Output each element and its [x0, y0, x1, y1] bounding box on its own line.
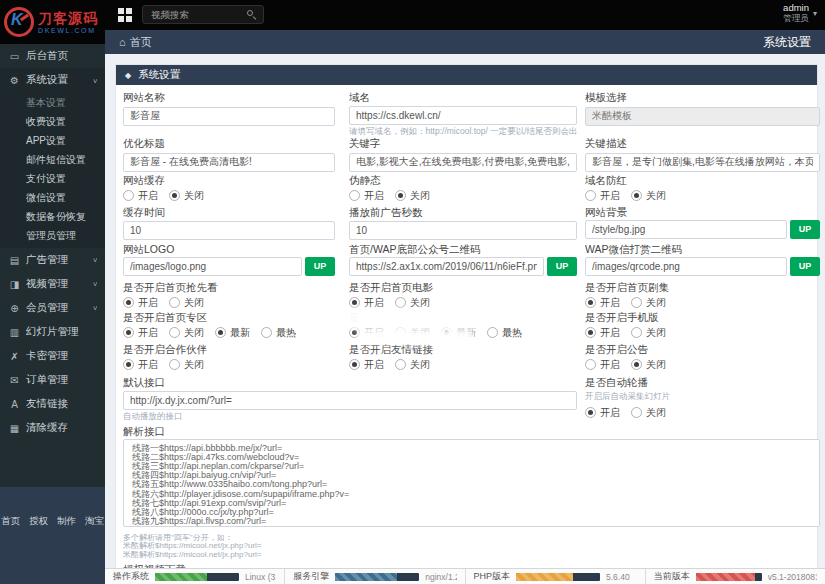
domain-input[interactable] [349, 106, 577, 125]
radio-dot-icon [123, 327, 134, 338]
radio-dot-icon [631, 359, 642, 370]
sidebar-item-dashboard[interactable]: ▭后台首页 [0, 44, 105, 68]
user-role: 管理员 [783, 14, 809, 24]
radio-option-1[interactable]: 关闭 [169, 326, 204, 340]
sidebar-footer-link-0[interactable]: 首页 [1, 515, 20, 528]
sidebar-item-wechat-settings[interactable]: 微信设置 [0, 188, 105, 207]
sidebar-item-app-settings[interactable]: APP设置 [0, 131, 105, 150]
radio-dot-icon [169, 359, 180, 370]
search-box[interactable] [142, 5, 264, 24]
radio-label: 关闭 [184, 296, 204, 310]
radio-option-0[interactable]: 开启 [349, 189, 384, 203]
sidebar-item-label: 广告管理 [26, 253, 68, 267]
field-label: 是否开启首页电影 [349, 281, 577, 294]
ad-management-icon: ▤ [7, 255, 22, 266]
sidebar-item-cardkey-management[interactable]: ✗卡密管理 [0, 344, 105, 368]
status-cell: 操作系统Linux (3.10.0- [105, 569, 284, 584]
radio-option-2[interactable]: 最新 [215, 326, 250, 340]
radio-label: 开启 [600, 296, 620, 310]
radio-option-0[interactable]: 开启 [585, 326, 620, 340]
cache-time-input[interactable] [123, 221, 335, 240]
qrcode-official-input[interactable] [349, 257, 544, 276]
radio-option-1[interactable]: 关闭 [631, 358, 666, 372]
chevron-down-icon: ▾ [813, 9, 817, 18]
keywords-input[interactable] [349, 153, 577, 172]
radio-option-0[interactable]: 开启 [349, 358, 384, 372]
sidebar-item-video-management[interactable]: ◨视频管理∨ [0, 272, 105, 296]
sidebar-item-system-settings[interactable]: ⚙系统设置∨ [0, 68, 105, 92]
radio-option-0[interactable]: 开启 [585, 406, 620, 420]
sidebar-item-fee-settings[interactable]: 收费设置 [0, 112, 105, 131]
sidebar-item-basic-settings[interactable]: 基本设置 [0, 93, 105, 112]
user-menu[interactable]: admin 管理员 ▾ [783, 3, 817, 24]
field-domain-antired: 域名防红 开启关闭 [585, 174, 820, 204]
search-icon[interactable] [246, 9, 257, 20]
radio-option-0[interactable]: 开启 [123, 296, 158, 310]
sidebar-footer-link-1[interactable]: 授权 [29, 515, 48, 528]
radio-option-3[interactable]: 最热 [261, 326, 296, 340]
status-label: 操作系统 [113, 570, 149, 583]
sidebar-toggle-grid-icon[interactable] [118, 8, 133, 23]
ad-seconds-input[interactable] [349, 221, 577, 240]
radio-option-1[interactable]: 关闭 [395, 296, 430, 310]
radio-option-0[interactable]: 开启 [123, 358, 158, 372]
sidebar-item-ad-management[interactable]: ▤广告管理∨ [0, 248, 105, 272]
sidebar-item-mail-sms-settings[interactable]: 邮件短信设置 [0, 150, 105, 169]
radio-option-0[interactable]: 开启 [123, 326, 158, 340]
radio-option-0[interactable]: 开启 [585, 189, 620, 203]
sidebar-footer-link-2[interactable]: 制作 [57, 515, 76, 528]
order-management-icon: ✉ [7, 375, 22, 386]
radio-option-1[interactable]: 关闭 [631, 189, 666, 203]
seo-title-input[interactable] [123, 153, 335, 172]
sidebar-item-order-management[interactable]: ✉订单管理 [0, 368, 105, 392]
qrcode-reward-input[interactable] [585, 257, 787, 276]
site-name-input[interactable] [123, 107, 335, 126]
qrcode-reward-upload-button[interactable]: UP [790, 257, 820, 276]
member-management-icon: ⊕ [7, 303, 22, 314]
radio-option-1[interactable]: 关闭 [395, 358, 430, 372]
description-input[interactable] [585, 153, 820, 172]
sidebar-item-admin-management[interactable]: 管理员管理 [0, 226, 105, 245]
status-progress-bar [696, 573, 762, 581]
site-logo-upload-button[interactable]: UP [305, 257, 335, 276]
radio-option-0[interactable]: 开启 [585, 358, 620, 372]
field-friend-links-switch: 是否开启友情链接 开启关闭 [349, 343, 577, 373]
radio-dot-icon [123, 190, 134, 201]
radio-option-1[interactable]: 关闭 [631, 326, 666, 340]
radio-option-1[interactable]: 关闭 [631, 406, 666, 420]
radio-option-1[interactable]: 关闭 [631, 296, 666, 310]
sidebar-item-member-management[interactable]: ⊕会员管理∨ [0, 296, 105, 320]
radio-option-3[interactable]: 最热 [487, 326, 522, 340]
radio-label: 开启 [364, 358, 384, 372]
sidebar-item-clear-cache[interactable]: ▦清除缓存 [0, 416, 105, 440]
radio-option-1[interactable]: 关闭 [169, 358, 204, 372]
sidebar-item-db-backup-restore[interactable]: 数据备份恢复 [0, 207, 105, 226]
auto-slide-hint: 开启后自动采集幻灯片 [585, 390, 820, 402]
radio-option-0[interactable]: 开启 [585, 296, 620, 310]
radio-option-0[interactable]: 开启 [123, 189, 158, 203]
sidebar-item-friend-links[interactable]: A友情链接 [0, 392, 105, 416]
field-label: 网站名称 [123, 91, 335, 104]
radio-label: 关闭 [184, 189, 204, 203]
qrcode-official-upload-button[interactable]: UP [547, 257, 577, 276]
notice-radios: 开启关闭 [585, 357, 820, 373]
default-api-input[interactable] [123, 391, 577, 410]
radio-option-1[interactable]: 关闭 [395, 189, 430, 203]
radio-option-0[interactable]: 开启 [349, 296, 384, 310]
sidebar-item-slideshow-management[interactable]: ▥幻灯片管理 [0, 320, 105, 344]
parse-api-textarea[interactable]: 线路一$https://api.bbbbbb.me/jx/?url= 线路二$h… [123, 439, 820, 527]
site-bg-input[interactable] [585, 220, 787, 239]
field-label: 默认接口 [123, 376, 577, 389]
sidebar-footer-link-3[interactable]: 淘宝 [85, 515, 104, 528]
radio-option-1[interactable]: 关闭 [169, 189, 204, 203]
search-input[interactable] [149, 8, 246, 21]
sidebar-item-pay-settings[interactable]: 支付设置 [0, 169, 105, 188]
site-logo-input[interactable] [123, 257, 302, 276]
status-cell: PHP版本5.6.40 [465, 569, 645, 584]
radio-label: 关闭 [184, 358, 204, 372]
site-bg-upload-button[interactable]: UP [790, 220, 820, 239]
breadcrumb-home-link[interactable]: ⌂ 首页 [119, 35, 152, 50]
radio-option-1[interactable]: 关闭 [169, 296, 204, 310]
radio-label: 关闭 [184, 326, 204, 340]
radio-dot-icon [349, 359, 360, 370]
